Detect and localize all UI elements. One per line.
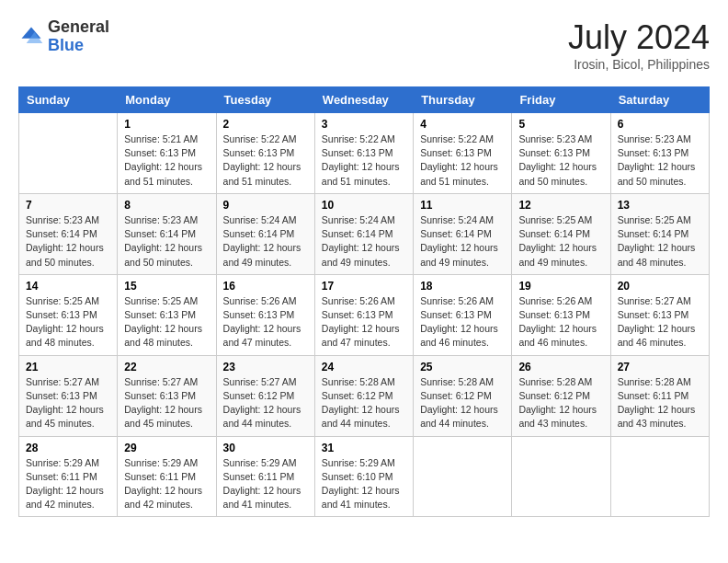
calendar-day-cell: 18Sunrise: 5:26 AM Sunset: 6:13 PM Dayli… (414, 274, 512, 355)
day-info: Sunrise: 5:29 AM Sunset: 6:11 PM Dayligh… (124, 456, 209, 512)
calendar-day-cell (610, 436, 709, 517)
day-info: Sunrise: 5:29 AM Sunset: 6:11 PM Dayligh… (26, 456, 110, 512)
calendar-day-cell: 17Sunrise: 5:26 AM Sunset: 6:13 PM Dayli… (314, 274, 413, 355)
day-number: 19 (518, 280, 603, 293)
calendar-day-cell: 31Sunrise: 5:29 AM Sunset: 6:10 PM Dayli… (314, 436, 413, 517)
calendar-day-cell: 2Sunrise: 5:22 AM Sunset: 6:13 PM Daylig… (216, 113, 314, 194)
day-info: Sunrise: 5:24 AM Sunset: 6:14 PM Dayligh… (420, 213, 505, 270)
calendar-day-cell: 21Sunrise: 5:27 AM Sunset: 6:13 PM Dayli… (19, 355, 118, 436)
day-number: 13 (618, 199, 702, 212)
calendar-week-row: 1Sunrise: 5:21 AM Sunset: 6:13 PM Daylig… (19, 113, 710, 194)
calendar-week-row: 7Sunrise: 5:23 AM Sunset: 6:14 PM Daylig… (19, 193, 710, 274)
day-info: Sunrise: 5:26 AM Sunset: 6:13 PM Dayligh… (223, 294, 308, 350)
logo-general: General (48, 17, 109, 36)
day-number: 15 (124, 280, 209, 293)
calendar-table: SundayMondayTuesdayWednesdayThursdayFrid… (18, 86, 710, 517)
weekday-header: Sunday (19, 87, 118, 113)
day-number: 8 (124, 199, 209, 212)
calendar-day-cell: 22Sunrise: 5:27 AM Sunset: 6:13 PM Dayli… (118, 355, 216, 436)
day-number: 2 (223, 118, 308, 131)
calendar-week-row: 21Sunrise: 5:27 AM Sunset: 6:13 PM Dayli… (19, 355, 710, 436)
logo-blue: Blue (48, 36, 84, 54)
calendar-day-cell: 7Sunrise: 5:23 AM Sunset: 6:14 PM Daylig… (19, 193, 118, 274)
weekday-header: Tuesday (216, 87, 314, 113)
calendar-day-cell: 13Sunrise: 5:25 AM Sunset: 6:14 PM Dayli… (610, 193, 709, 274)
calendar-day-cell: 3Sunrise: 5:22 AM Sunset: 6:13 PM Daylig… (314, 113, 413, 194)
calendar-day-cell: 27Sunrise: 5:28 AM Sunset: 6:11 PM Dayli… (610, 355, 709, 436)
day-number: 14 (26, 280, 110, 293)
day-number: 12 (518, 199, 603, 212)
calendar-day-cell: 11Sunrise: 5:24 AM Sunset: 6:14 PM Dayli… (414, 193, 512, 274)
day-info: Sunrise: 5:24 AM Sunset: 6:14 PM Dayligh… (223, 213, 308, 270)
calendar-day-cell: 10Sunrise: 5:24 AM Sunset: 6:14 PM Dayli… (314, 193, 413, 274)
page-header: General Blue July 2024 Irosin, Bicol, Ph… (18, 18, 710, 72)
day-number: 25 (420, 361, 505, 373)
calendar-day-cell: 20Sunrise: 5:27 AM Sunset: 6:13 PM Dayli… (610, 274, 709, 355)
calendar-day-cell: 30Sunrise: 5:29 AM Sunset: 6:11 PM Dayli… (216, 436, 314, 517)
day-info: Sunrise: 5:23 AM Sunset: 6:13 PM Dayligh… (518, 132, 603, 189)
weekday-header: Friday (512, 87, 610, 113)
day-info: Sunrise: 5:29 AM Sunset: 6:10 PM Dayligh… (322, 456, 406, 512)
day-info: Sunrise: 5:25 AM Sunset: 6:14 PM Dayligh… (618, 213, 702, 270)
day-info: Sunrise: 5:21 AM Sunset: 6:13 PM Dayligh… (124, 132, 209, 189)
day-info: Sunrise: 5:22 AM Sunset: 6:13 PM Dayligh… (420, 132, 505, 189)
day-info: Sunrise: 5:25 AM Sunset: 6:13 PM Dayligh… (26, 294, 110, 350)
day-number: 11 (420, 199, 505, 212)
day-info: Sunrise: 5:23 AM Sunset: 6:14 PM Dayligh… (26, 213, 110, 270)
day-number: 17 (322, 280, 406, 293)
calendar-day-cell: 1Sunrise: 5:21 AM Sunset: 6:13 PM Daylig… (118, 113, 216, 194)
calendar-day-cell: 4Sunrise: 5:22 AM Sunset: 6:13 PM Daylig… (414, 113, 512, 194)
weekday-header: Monday (118, 87, 216, 113)
calendar-day-cell: 6Sunrise: 5:23 AM Sunset: 6:13 PM Daylig… (610, 113, 709, 194)
day-number: 24 (322, 361, 406, 373)
calendar-body: 1Sunrise: 5:21 AM Sunset: 6:13 PM Daylig… (19, 113, 710, 517)
calendar-day-cell: 15Sunrise: 5:25 AM Sunset: 6:13 PM Dayli… (118, 274, 216, 355)
day-number: 29 (124, 442, 209, 454)
day-number: 3 (322, 118, 406, 131)
calendar-day-cell: 24Sunrise: 5:28 AM Sunset: 6:12 PM Dayli… (314, 355, 413, 436)
day-number: 23 (223, 361, 308, 373)
day-info: Sunrise: 5:28 AM Sunset: 6:12 PM Dayligh… (420, 375, 505, 431)
day-info: Sunrise: 5:26 AM Sunset: 6:13 PM Dayligh… (518, 294, 603, 350)
day-info: Sunrise: 5:27 AM Sunset: 6:13 PM Dayligh… (26, 375, 110, 431)
calendar-day-cell (414, 436, 512, 517)
day-number: 4 (420, 118, 505, 131)
calendar-week-row: 14Sunrise: 5:25 AM Sunset: 6:13 PM Dayli… (19, 274, 710, 355)
day-info: Sunrise: 5:24 AM Sunset: 6:14 PM Dayligh… (322, 213, 406, 270)
day-info: Sunrise: 5:27 AM Sunset: 6:12 PM Dayligh… (223, 375, 308, 431)
weekday-header: Saturday (610, 87, 709, 113)
day-number: 10 (322, 199, 406, 212)
day-number: 6 (618, 118, 702, 131)
calendar-day-cell: 8Sunrise: 5:23 AM Sunset: 6:14 PM Daylig… (118, 193, 216, 274)
day-info: Sunrise: 5:22 AM Sunset: 6:13 PM Dayligh… (322, 132, 406, 189)
day-info: Sunrise: 5:26 AM Sunset: 6:13 PM Dayligh… (420, 294, 505, 350)
calendar-day-cell: 12Sunrise: 5:25 AM Sunset: 6:14 PM Dayli… (512, 193, 610, 274)
day-number: 20 (618, 280, 702, 293)
day-info: Sunrise: 5:29 AM Sunset: 6:11 PM Dayligh… (223, 456, 308, 512)
day-number: 5 (518, 118, 603, 131)
calendar-day-cell: 19Sunrise: 5:26 AM Sunset: 6:13 PM Dayli… (512, 274, 610, 355)
calendar-day-cell: 25Sunrise: 5:28 AM Sunset: 6:12 PM Dayli… (414, 355, 512, 436)
weekday-header: Thursday (414, 87, 512, 113)
day-info: Sunrise: 5:26 AM Sunset: 6:13 PM Dayligh… (322, 294, 406, 350)
location: Irosin, Bicol, Philippines (568, 57, 710, 72)
day-number: 26 (518, 361, 603, 373)
day-number: 7 (26, 199, 110, 212)
logo-icon (18, 24, 44, 50)
calendar-header: SundayMondayTuesdayWednesdayThursdayFrid… (19, 87, 710, 113)
day-number: 21 (26, 361, 110, 373)
day-number: 27 (618, 361, 702, 373)
month-year: July 2024 (568, 18, 710, 57)
calendar-day-cell: 26Sunrise: 5:28 AM Sunset: 6:12 PM Dayli… (512, 355, 610, 436)
day-number: 30 (223, 442, 308, 454)
day-info: Sunrise: 5:22 AM Sunset: 6:13 PM Dayligh… (223, 132, 308, 189)
day-info: Sunrise: 5:23 AM Sunset: 6:14 PM Dayligh… (124, 213, 209, 270)
day-number: 9 (223, 199, 308, 212)
title-block: July 2024 Irosin, Bicol, Philippines (568, 18, 710, 72)
calendar-day-cell: 29Sunrise: 5:29 AM Sunset: 6:11 PM Dayli… (118, 436, 216, 517)
weekday-header: Wednesday (314, 87, 413, 113)
day-number: 16 (223, 280, 308, 293)
calendar-day-cell: 14Sunrise: 5:25 AM Sunset: 6:13 PM Dayli… (19, 274, 118, 355)
day-info: Sunrise: 5:27 AM Sunset: 6:13 PM Dayligh… (124, 375, 209, 431)
day-info: Sunrise: 5:23 AM Sunset: 6:13 PM Dayligh… (618, 132, 702, 189)
